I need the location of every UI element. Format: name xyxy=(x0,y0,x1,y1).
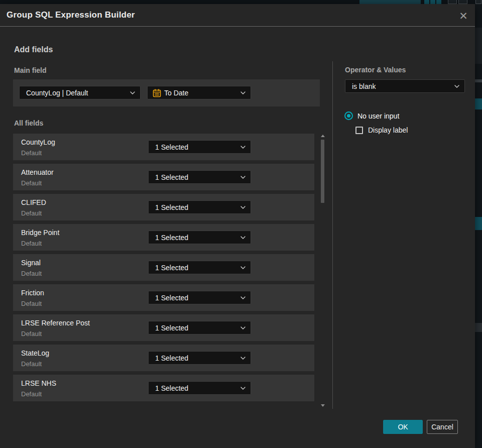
calendar-icon xyxy=(153,89,161,97)
chevron-down-icon xyxy=(240,357,246,360)
field-values-dropdown-value: 1 Selected xyxy=(149,384,188,392)
field-subtitle: Default xyxy=(21,240,42,247)
field-name: Signal xyxy=(21,259,41,267)
chevron-down-icon xyxy=(240,91,246,94)
field-values-dropdown[interactable]: 1 Selected xyxy=(148,381,251,395)
close-icon[interactable]: ✕ xyxy=(456,8,471,23)
all-fields-label: All fields xyxy=(14,119,43,127)
chevron-down-icon xyxy=(240,236,246,239)
main-field-dropdown-value: CountyLog | Default xyxy=(20,89,88,97)
field-name: Attenuator xyxy=(21,168,54,176)
field-subtitle: Default xyxy=(21,149,42,157)
list-scrollbar[interactable] xyxy=(320,134,325,408)
background-toolbar-button xyxy=(424,0,429,4)
field-values-dropdown-value: 1 Selected xyxy=(149,203,188,211)
display-label-checkbox[interactable]: Display label xyxy=(355,126,408,134)
background-fragment xyxy=(475,28,482,64)
field-values-dropdown[interactable]: 1 Selected xyxy=(148,140,251,154)
background-fragment xyxy=(475,79,482,82)
field-row: Friction Default 1 Selected xyxy=(13,284,314,311)
field-values-dropdown-value: 1 Selected xyxy=(149,264,188,272)
field-row: CountyLog Default 1 Selected xyxy=(13,134,314,160)
no-user-input-radio[interactable]: No user input xyxy=(344,111,399,120)
field-values-dropdown[interactable]: 1 Selected xyxy=(148,321,251,334)
live-view-label: Live view xyxy=(380,0,407,2)
chevron-down-icon xyxy=(240,176,246,179)
field-subtitle: Default xyxy=(21,330,42,338)
no-user-input-label: No user input xyxy=(357,112,399,120)
field-values-dropdown-value: 1 Selected xyxy=(149,173,188,181)
checkbox-unchecked-icon xyxy=(355,127,363,134)
scrollbar-thumb[interactable] xyxy=(321,140,324,203)
background-app-toolbar: Live view xyxy=(0,0,482,4)
field-row: StateLog Default 1 Selected xyxy=(13,345,314,371)
chevron-down-icon xyxy=(454,85,459,88)
field-values-dropdown-value: 1 Selected xyxy=(149,324,188,332)
live-view-button[interactable]: Live view xyxy=(359,0,421,4)
dialog-title: Group SQL Expression Builder xyxy=(7,10,135,20)
field-name: CountyLog xyxy=(21,138,55,146)
background-toolbar-button xyxy=(430,0,435,4)
field-subtitle: Default xyxy=(21,360,42,368)
chevron-down-icon xyxy=(130,91,135,94)
dialog-header: Group SQL Expression Builder ✕ xyxy=(0,4,475,27)
field-name: LRSE NHS xyxy=(21,379,56,387)
field-name: Bridge Point xyxy=(21,229,59,237)
main-field-dropdown[interactable]: CountyLog | Default xyxy=(19,86,141,99)
field-values-dropdown-value: 1 Selected xyxy=(149,143,188,151)
add-fields-heading: Add fields xyxy=(14,45,53,54)
field-row: CLIFED Default 1 Selected xyxy=(13,194,314,220)
chevron-down-icon xyxy=(240,296,246,299)
field-row: Bridge Point Default 1 Selected xyxy=(13,224,314,251)
field-name: LRSE Reference Post xyxy=(21,319,90,327)
operator-dropdown-value: is blank xyxy=(345,82,376,90)
group-sql-expression-builder-dialog: Group SQL Expression Builder ✕ Add field… xyxy=(0,4,475,448)
field-values-dropdown[interactable]: 1 Selected xyxy=(148,231,251,244)
chevron-down-icon xyxy=(240,146,246,149)
background-fragment xyxy=(475,217,482,230)
chevron-down-icon xyxy=(240,206,246,209)
field-values-dropdown[interactable]: 1 Selected xyxy=(148,261,251,274)
background-toolbar-button xyxy=(448,0,457,4)
field-subtitle: Default xyxy=(21,390,42,398)
field-name: Friction xyxy=(21,289,44,297)
field-subtitle: Default xyxy=(21,209,42,217)
main-field-label: Main field xyxy=(14,66,47,74)
scroll-up-icon[interactable] xyxy=(321,135,325,137)
field-values-dropdown-value: 1 Selected xyxy=(149,234,188,242)
operator-dropdown[interactable]: is blank xyxy=(345,79,465,93)
display-label-text: Display label xyxy=(368,126,408,134)
cancel-button[interactable]: Cancel xyxy=(427,420,458,434)
background-toolbar-button xyxy=(436,0,441,4)
field-values-dropdown[interactable]: 1 Selected xyxy=(148,200,251,214)
panel-divider xyxy=(332,61,333,409)
field-name: CLIFED xyxy=(21,198,46,206)
field-row: Signal Default 1 Selected xyxy=(13,254,314,281)
chevron-down-icon xyxy=(240,266,246,269)
background-fragment xyxy=(475,323,482,332)
field-row: LRSE NHS Default 1 Selected xyxy=(13,375,314,401)
chevron-down-icon xyxy=(240,326,246,329)
main-field-panel: CountyLog | Default To Date xyxy=(13,79,320,106)
field-values-dropdown-value: 1 Selected xyxy=(149,294,188,302)
date-field-dropdown[interactable]: To Date xyxy=(147,86,251,99)
field-subtitle: Default xyxy=(21,300,42,307)
background-toolbar-button xyxy=(458,0,467,4)
scroll-down-icon[interactable] xyxy=(321,404,325,407)
background-toolbar-button xyxy=(475,0,481,4)
field-row: LRSE Reference Post Default 1 Selected xyxy=(13,314,314,341)
operator-values-label: Operator & Values xyxy=(345,66,406,74)
field-values-dropdown[interactable]: 1 Selected xyxy=(148,351,251,365)
background-app-edge xyxy=(475,4,482,448)
field-values-dropdown[interactable]: 1 Selected xyxy=(148,291,251,304)
field-row: Attenuator Default 1 Selected xyxy=(13,164,314,190)
field-subtitle: Default xyxy=(21,270,42,277)
ok-button[interactable]: OK xyxy=(383,420,423,434)
chevron-down-icon xyxy=(240,387,246,390)
field-name: StateLog xyxy=(21,349,49,357)
field-values-dropdown-value: 1 Selected xyxy=(149,354,188,362)
background-fragment xyxy=(475,98,482,109)
all-fields-list: CountyLog Default 1 Selected Attenuator … xyxy=(13,134,314,405)
field-subtitle: Default xyxy=(21,179,42,187)
field-values-dropdown[interactable]: 1 Selected xyxy=(148,170,251,184)
